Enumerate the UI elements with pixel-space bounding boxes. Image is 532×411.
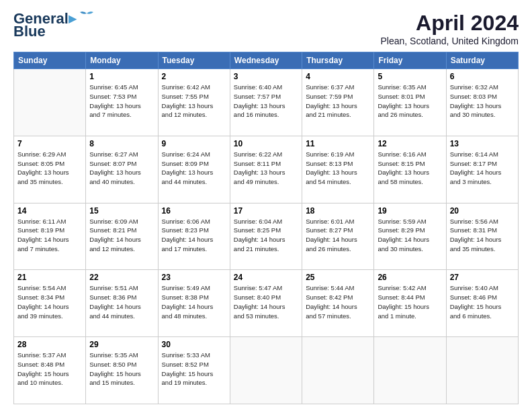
day-info: Sunrise: 6:22 AMSunset: 8:11 PMDaylight:… [234,150,298,187]
day-number: 18 [306,206,370,216]
calendar-cell [374,337,446,404]
day-number: 7 [17,139,82,148]
page: General▸ Blue April 2024 Plean, Scotland… [0,0,532,411]
day-info: Sunrise: 6:45 AMSunset: 7:53 PMDaylight:… [89,83,154,120]
calendar-cell: 30Sunrise: 5:33 AMSunset: 8:52 PMDayligh… [158,337,230,404]
day-info: Sunrise: 5:47 AMSunset: 8:40 PMDaylight:… [234,283,298,320]
day-number: 20 [450,206,515,216]
calendar-cell [446,337,518,404]
day-number: 8 [89,139,154,148]
calendar-cell [14,69,86,136]
calendar-cell: 2Sunrise: 6:42 AMSunset: 7:55 PMDaylight… [158,69,230,136]
header-monday: Monday [86,52,158,69]
calendar-cell: 29Sunrise: 5:35 AMSunset: 8:50 PMDayligh… [86,337,158,404]
logo-blue: ▸ [69,10,76,27]
day-info: Sunrise: 6:09 AMSunset: 8:21 PMDaylight:… [89,217,154,254]
title-block: April 2024 Plean, Scotland, United Kingd… [381,11,519,46]
day-number: 17 [234,206,298,216]
day-info: Sunrise: 6:01 AMSunset: 8:27 PMDaylight:… [306,217,370,254]
week-row-3: 21Sunrise: 5:54 AMSunset: 8:34 PMDayligh… [14,270,519,337]
day-number: 4 [306,72,370,81]
day-number: 14 [17,206,82,216]
calendar-cell: 22Sunrise: 5:51 AMSunset: 8:36 PMDayligh… [86,270,158,337]
week-row-4: 28Sunrise: 5:37 AMSunset: 8:48 PMDayligh… [14,337,519,404]
day-number: 12 [378,139,442,148]
day-info: Sunrise: 5:56 AMSunset: 8:31 PMDaylight:… [450,217,515,254]
calendar-cell: 10Sunrise: 6:22 AMSunset: 8:11 PMDayligh… [230,136,302,203]
calendar-cell: 6Sunrise: 6:32 AMSunset: 8:03 PMDaylight… [446,69,518,136]
day-number: 9 [162,139,226,148]
day-number: 22 [89,273,154,282]
day-number: 3 [234,72,298,81]
day-info: Sunrise: 6:29 AMSunset: 8:05 PMDaylight:… [17,150,82,187]
day-info: Sunrise: 5:35 AMSunset: 8:50 PMDaylight:… [89,351,154,387]
calendar-cell: 5Sunrise: 6:35 AMSunset: 8:01 PMDaylight… [374,69,446,136]
day-info: Sunrise: 5:33 AMSunset: 8:52 PMDaylight:… [162,351,226,387]
calendar-cell: 25Sunrise: 5:44 AMSunset: 8:42 PMDayligh… [302,270,374,337]
day-info: Sunrise: 6:42 AMSunset: 7:55 PMDaylight:… [162,83,226,120]
logo: General▸ Blue [13,11,96,40]
day-number: 15 [89,206,154,216]
calendar-cell: 14Sunrise: 6:11 AMSunset: 8:19 PMDayligh… [14,203,86,270]
day-number: 2 [162,72,226,81]
day-info: Sunrise: 6:35 AMSunset: 8:01 PMDaylight:… [378,83,442,120]
calendar-cell: 12Sunrise: 6:16 AMSunset: 8:15 PMDayligh… [374,136,446,203]
day-number: 13 [450,139,515,148]
day-info: Sunrise: 5:37 AMSunset: 8:48 PMDaylight:… [17,351,82,387]
day-info: Sunrise: 6:24 AMSunset: 8:09 PMDaylight:… [162,150,226,187]
week-row-0: 1Sunrise: 6:45 AMSunset: 7:53 PMDaylight… [14,69,519,136]
day-info: Sunrise: 5:54 AMSunset: 8:34 PMDaylight:… [17,283,82,320]
calendar-cell: 4Sunrise: 6:37 AMSunset: 7:59 PMDaylight… [302,69,374,136]
day-number: 10 [234,139,298,148]
header-saturday: Saturday [446,52,518,69]
day-number: 23 [162,273,226,282]
day-info: Sunrise: 6:16 AMSunset: 8:15 PMDaylight:… [378,150,442,187]
day-info: Sunrise: 5:51 AMSunset: 8:36 PMDaylight:… [89,283,154,320]
calendar-cell: 21Sunrise: 5:54 AMSunset: 8:34 PMDayligh… [14,270,86,337]
calendar-cell: 18Sunrise: 6:01 AMSunset: 8:27 PMDayligh… [302,203,374,270]
calendar-cell: 1Sunrise: 6:45 AMSunset: 7:53 PMDaylight… [86,69,158,136]
logo-bird-icon [77,11,96,24]
calendar-cell: 11Sunrise: 6:19 AMSunset: 8:13 PMDayligh… [302,136,374,203]
header-wednesday: Wednesday [230,52,302,69]
day-info: Sunrise: 6:37 AMSunset: 7:59 PMDaylight:… [306,83,370,120]
day-info: Sunrise: 5:40 AMSunset: 8:46 PMDaylight:… [450,283,515,320]
day-info: Sunrise: 5:49 AMSunset: 8:38 PMDaylight:… [162,283,226,320]
day-number: 16 [162,206,226,216]
day-number: 11 [306,139,370,148]
location-title: Plean, Scotland, United Kingdom [381,36,519,46]
calendar-cell: 7Sunrise: 6:29 AMSunset: 8:05 PMDaylight… [14,136,86,203]
calendar-cell: 9Sunrise: 6:24 AMSunset: 8:09 PMDaylight… [158,136,230,203]
day-info: Sunrise: 6:40 AMSunset: 7:57 PMDaylight:… [234,83,298,120]
calendar-cell: 20Sunrise: 5:56 AMSunset: 8:31 PMDayligh… [446,203,518,270]
day-number: 6 [450,72,515,81]
day-info: Sunrise: 6:11 AMSunset: 8:19 PMDaylight:… [17,217,82,254]
calendar-cell: 3Sunrise: 6:40 AMSunset: 7:57 PMDaylight… [230,69,302,136]
day-number: 21 [17,273,82,282]
day-number: 25 [306,273,370,282]
header: General▸ Blue April 2024 Plean, Scotland… [13,11,519,46]
day-info: Sunrise: 6:06 AMSunset: 8:23 PMDaylight:… [162,217,226,254]
week-row-2: 14Sunrise: 6:11 AMSunset: 8:19 PMDayligh… [14,203,519,270]
day-info: Sunrise: 5:42 AMSunset: 8:44 PMDaylight:… [378,283,442,320]
calendar-cell [302,337,374,404]
day-info: Sunrise: 6:19 AMSunset: 8:13 PMDaylight:… [306,150,370,187]
weekday-header-row: Sunday Monday Tuesday Wednesday Thursday… [14,52,519,69]
header-friday: Friday [374,52,446,69]
week-row-1: 7Sunrise: 6:29 AMSunset: 8:05 PMDaylight… [14,136,519,203]
day-number: 27 [450,273,515,282]
calendar-cell: 26Sunrise: 5:42 AMSunset: 8:44 PMDayligh… [374,270,446,337]
calendar-cell: 8Sunrise: 6:27 AMSunset: 8:07 PMDaylight… [86,136,158,203]
calendar-cell: 27Sunrise: 5:40 AMSunset: 8:46 PMDayligh… [446,270,518,337]
day-number: 30 [162,340,226,349]
logo-blue-text: Blue [13,23,46,40]
month-title: April 2024 [381,11,519,36]
header-sunday: Sunday [14,52,86,69]
day-number: 24 [234,273,298,282]
day-info: Sunrise: 5:44 AMSunset: 8:42 PMDaylight:… [306,283,370,320]
day-number: 19 [378,206,442,216]
calendar-cell: 15Sunrise: 6:09 AMSunset: 8:21 PMDayligh… [86,203,158,270]
day-info: Sunrise: 5:59 AMSunset: 8:29 PMDaylight:… [378,217,442,254]
day-info: Sunrise: 6:04 AMSunset: 8:25 PMDaylight:… [234,217,298,254]
calendar-cell: 28Sunrise: 5:37 AMSunset: 8:48 PMDayligh… [14,337,86,404]
